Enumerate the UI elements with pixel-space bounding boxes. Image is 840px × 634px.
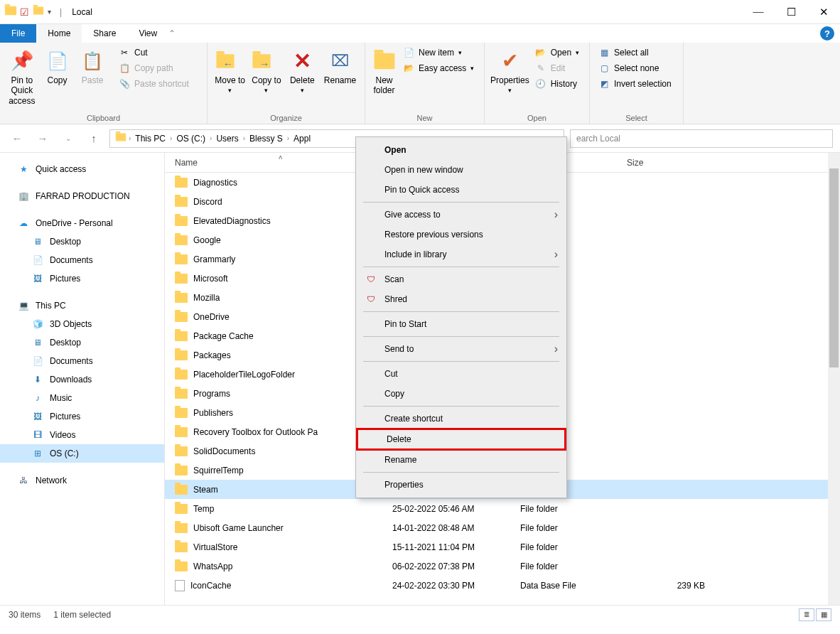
easy-access-button[interactable]: 📂Easy access ▾ [400,61,478,75]
qat-checkbox-icon[interactable]: ☑ [20,6,29,18]
new-item-icon: 📄 [403,47,414,58]
close-button[interactable]: ✕ [807,0,840,24]
table-row[interactable]: Ubisoft Game Launcher14-01-2022 08:48 AM… [165,518,840,537]
paste-shortcut-button[interactable]: 📎Paste shortcut [116,77,201,91]
select-none-button[interactable]: ▢Select none [596,61,681,75]
minimize-button[interactable]: — [742,0,775,24]
nav-recent-dropdown[interactable]: ⌄ [58,134,78,142]
sidebar-item-farrad[interactable]: 🏢FARRAD PRODUCTION [0,187,164,205]
scrollbar-thumb[interactable] [829,168,839,367]
view-large-button[interactable]: ▦ [816,608,831,621]
cm-pin-start[interactable]: Pin to Start [356,314,566,334]
tab-share[interactable]: Share [82,24,127,43]
open-icon: 📂 [535,47,546,58]
qat-dropdown-icon[interactable]: ▾ [48,8,51,16]
invert-selection-button[interactable]: ◩Invert selection [596,77,681,91]
properties-button[interactable]: ✔ Properties▾ [490,45,529,95]
navigation-pane[interactable]: ★Quick access 🏢FARRAD PRODUCTION ☁OneDri… [0,153,165,605]
cm-properties[interactable]: Properties [356,475,566,495]
cm-open[interactable]: Open [356,140,566,160]
nav-up-button[interactable]: ↑ [84,132,104,144]
sidebar-item[interactable]: 🧊3D Objects [0,315,164,333]
pin-quick-access-button[interactable]: 📌 Pin to Quick access [6,45,38,106]
cm-restore-versions[interactable]: Restore previous versions [356,225,566,245]
status-selected: 1 item selected [53,610,111,620]
copy-to-button[interactable]: → Copy to▾ [249,45,283,95]
history-button[interactable]: 🕘History [532,77,588,91]
sidebar-item[interactable]: 📄Documents [0,251,164,269]
move-to-button[interactable]: ← Move to▾ [213,45,247,95]
help-icon[interactable]: ? [820,26,834,41]
table-row[interactable]: WhatsApp06-02-2022 07:38 PMFile folder [165,557,840,576]
sidebar-item[interactable]: ♪Music [0,389,164,407]
new-item-button[interactable]: 📄New item ▾ [400,45,478,60]
tab-view[interactable]: View [127,24,168,43]
file-name: Publishers [193,408,233,418]
file-type: File folder [520,504,627,514]
sidebar-network[interactable]: 🖧Network [0,471,164,490]
cm-cut[interactable]: Cut [356,364,566,384]
cm-rename[interactable]: Rename [356,450,566,470]
file-name: Package Cache [193,331,254,341]
rename-button[interactable]: ⌧ Rename [321,45,359,85]
crumb-appdata[interactable]: Appl [291,132,313,145]
cm-send-to[interactable]: Send to [356,339,566,359]
search-input[interactable]: earch Local [570,129,833,148]
sidebar-this-pc[interactable]: 💻This PC [0,296,164,315]
crumb-os-c[interactable]: OS (C:) [173,132,208,145]
vertical-scrollbar[interactable] [828,153,840,605]
qat-folder-icon[interactable] [32,6,45,18]
file-date: 06-02-2022 07:38 PM [392,562,520,571]
sidebar-item-os-c[interactable]: ⊞OS (C:) [0,444,164,463]
sidebar-item[interactable]: 🖥Desktop [0,232,164,251]
sidebar-quick-access[interactable]: ★Quick access [0,160,164,178]
sidebar-item[interactable]: 🖥Desktop [0,333,164,352]
crumb-users[interactable]: Users [213,132,241,145]
new-folder-button[interactable]: New folder [371,45,397,96]
cm-include-library[interactable]: Include in library [356,245,566,264]
group-label-clipboard: Clipboard [6,112,201,124]
cm-scan[interactable]: 🛡Scan [356,269,566,289]
maximize-button[interactable]: ☐ [775,0,807,24]
open-button[interactable]: 📂Open ▾ [532,45,588,60]
nav-back-button[interactable]: ← [7,132,27,144]
folder-icon [175,446,188,456]
file-name: Ubisoft Game Launcher [193,523,284,533]
copy-path-button[interactable]: 📋Copy path [116,61,201,75]
table-row[interactable]: Temp25-02-2022 05:46 AMFile folder [165,499,840,518]
select-all-button[interactable]: ▦Select all [596,45,681,60]
crumb-user[interactable]: Blessy S [247,132,286,145]
table-row[interactable]: VirtualStore15-11-2021 11:04 PMFile fold… [165,537,840,557]
cm-copy[interactable]: Copy [356,384,566,404]
nav-forward-button[interactable]: → [33,132,53,144]
crumb-this-pc[interactable]: This PC [132,132,168,145]
cm-open-new-window[interactable]: Open in new window [356,160,566,180]
delete-button[interactable]: ✕ Delete▾ [286,45,318,95]
sidebar-item[interactable]: 🖼Pictures [0,269,164,288]
pc-icon: 💻 [17,301,30,311]
cm-give-access[interactable]: Give access to [356,205,566,225]
col-size[interactable]: Size [627,158,719,168]
tab-home[interactable]: Home [36,24,82,43]
edit-button[interactable]: ✎Edit [532,61,588,75]
shield-icon: 🛡 [365,274,377,284]
sidebar-item[interactable]: 🎞Videos [0,426,164,444]
sidebar-item[interactable]: 📄Documents [0,352,164,370]
collapse-ribbon-icon[interactable]: ⌃ [168,28,176,38]
paste-button[interactable]: 📋 Paste [76,45,109,85]
sidebar-onedrive[interactable]: ☁OneDrive - Personal [0,214,164,232]
videos-icon: 🎞 [31,430,44,440]
table-row[interactable]: IconCache24-02-2022 03:30 PMData Base Fi… [165,576,840,595]
cm-create-shortcut[interactable]: Create shortcut [356,409,566,429]
cm-delete[interactable]: Delete [358,430,564,448]
music-icon: ♪ [31,393,44,403]
copy-button[interactable]: 📄 Copy [41,45,74,85]
file-date: 24-02-2022 03:30 PM [392,581,520,591]
view-details-button[interactable]: ≣ [799,608,814,621]
tab-file[interactable]: File [0,24,36,43]
cm-shred[interactable]: 🛡Shred [356,289,566,309]
sidebar-item[interactable]: 🖼Pictures [0,407,164,426]
cm-pin-quick-access[interactable]: Pin to Quick access [356,180,566,200]
cut-button[interactable]: ✂Cut [116,45,201,60]
sidebar-item[interactable]: ⬇Downloads [0,370,164,389]
